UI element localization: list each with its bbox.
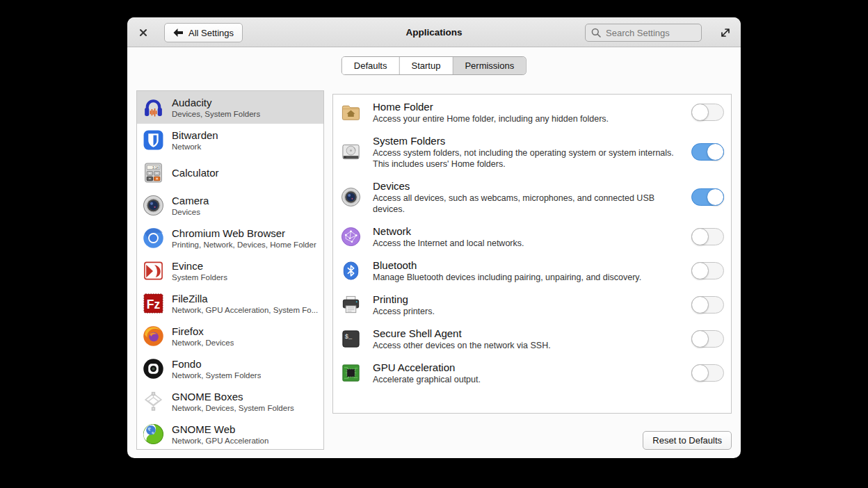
devices-toggle[interactable] — [691, 188, 724, 206]
network-icon — [340, 226, 362, 247]
home-folder-icon — [340, 101, 362, 123]
permission-description: Accelerate graphical output. — [373, 374, 680, 385]
permission-title: Secure Shell Agent — [373, 327, 680, 340]
ssh-toggle[interactable] — [691, 330, 724, 348]
app-row-gnome-boxes[interactable]: GNOME Boxes Network, Devices, System Fol… — [137, 385, 323, 418]
filezilla-icon: Fz — [142, 292, 165, 315]
close-button[interactable] — [136, 26, 150, 40]
gpu-icon — [340, 362, 362, 384]
toggle-knob — [707, 143, 724, 161]
app-permissions-summary: Network, GPU Acceleration — [172, 436, 268, 446]
app-name: Fondo — [172, 358, 261, 371]
svg-text:3.14: 3.14 — [152, 166, 159, 170]
permission-title: Bluetooth — [373, 259, 680, 272]
permission-row-network: Network Access the Internet and local ne… — [333, 220, 731, 254]
audacity-icon — [142, 96, 165, 119]
app-row-firefox[interactable]: Firefox Network, Devices — [137, 320, 323, 352]
app-row-filezilla[interactable]: Fz FileZilla Network, GPU Acceleration, … — [137, 287, 323, 320]
permission-description: Access other devices on the network via … — [373, 340, 680, 351]
reset-to-defaults-button[interactable]: Reset to Defaults — [643, 431, 732, 450]
expand-button[interactable] — [719, 26, 732, 39]
header-bar: All Settings Applications Search Setting… — [127, 17, 741, 47]
evince-icon — [142, 259, 165, 282]
app-row-bitwarden[interactable]: Bitwarden Network — [137, 124, 323, 156]
system-folders-toggle[interactable] — [691, 143, 724, 161]
app-name: GNOME Web — [172, 423, 268, 436]
permission-description: Access system folders, not including the… — [373, 147, 680, 170]
gnome-boxes-icon — [142, 390, 165, 413]
app-name: FileZilla — [172, 293, 318, 305]
svg-text:$_: $_ — [345, 334, 353, 341]
home-folder-toggle[interactable] — [691, 104, 724, 121]
all-settings-button[interactable]: All Settings — [164, 23, 243, 42]
permissions-panel: Home Folder Access your entire Home fold… — [332, 94, 732, 414]
app-name: Calculator — [172, 167, 219, 179]
toggle-knob — [691, 296, 709, 314]
toggle-knob — [691, 330, 709, 348]
permission-row-devices: Devices Access all devices, such as webc… — [333, 174, 731, 220]
toggle-knob — [691, 262, 709, 279]
app-row-gnome-web[interactable]: GNOME Web Network, GPU Acceleration — [137, 418, 323, 450]
permission-row-system-folders: System Folders Access system folders, no… — [333, 129, 731, 174]
search-placeholder: Search Settings — [606, 28, 670, 38]
permission-description: Access the Internet and local networks. — [373, 238, 680, 249]
svg-text:Fz: Fz — [147, 298, 161, 311]
app-permissions-summary: System Folders — [172, 273, 227, 282]
toggle-knob — [691, 104, 709, 121]
permission-description: Manage Bluetooth devices including pairi… — [373, 272, 680, 283]
gnome-web-icon — [142, 423, 165, 446]
search-input[interactable]: Search Settings — [585, 24, 702, 42]
permission-description: Access printers. — [373, 306, 680, 317]
calculator-icon: 3.14 — [142, 161, 165, 184]
app-name: Chromium Web Browser — [172, 227, 316, 240]
permission-row-ssh: $_ Secure Shell Agent Access other devic… — [333, 322, 731, 356]
app-row-camera[interactable]: Camera Devices — [137, 189, 323, 222]
app-name: Audacity — [172, 97, 260, 109]
tab-startup[interactable]: Startup — [399, 57, 453, 74]
app-row-chromium[interactable]: Chromium Web Browser Printing, Network, … — [137, 222, 323, 254]
printing-toggle[interactable] — [691, 296, 724, 314]
firefox-icon — [142, 325, 165, 348]
gpu-toggle[interactable] — [691, 364, 724, 382]
app-permissions-summary: Devices, System Folders — [172, 109, 260, 119]
app-row-evince[interactable]: Evince System Folders — [137, 254, 323, 287]
toggle-knob — [691, 228, 709, 245]
app-permissions-summary: Network, System Folders — [172, 371, 261, 380]
search-icon — [591, 28, 601, 38]
network-toggle[interactable] — [691, 228, 724, 245]
permission-title: Home Folder — [373, 100, 680, 113]
expand-icon — [719, 26, 732, 39]
permission-row-gpu: GPU Acceleration Accelerate graphical ou… — [333, 356, 731, 390]
permission-row-home-folder: Home Folder Access your entire Home fold… — [333, 95, 731, 129]
camera-icon — [142, 194, 165, 217]
tab-defaults[interactable]: Defaults — [342, 57, 400, 74]
app-permissions-summary: Devices — [172, 207, 209, 217]
app-row-fondo[interactable]: Fondo Network, System Folders — [137, 352, 323, 385]
permission-title: Devices — [373, 179, 680, 193]
permission-description: Access your entire Home folder, includin… — [373, 113, 680, 124]
permission-title: Printing — [373, 293, 680, 306]
app-permissions-summary: Network, GPU Acceleration, System Fo... — [172, 305, 318, 315]
fondo-icon — [142, 357, 165, 380]
toggle-knob — [691, 364, 709, 382]
app-permissions-summary: Printing, Network, Devices, Home Folder — [172, 240, 316, 250]
settings-window: All Settings Applications Search Setting… — [127, 17, 741, 458]
app-row-audacity[interactable]: Audacity Devices, System Folders — [137, 91, 323, 124]
back-arrow-icon — [173, 29, 183, 37]
bitwarden-icon — [142, 129, 165, 152]
app-permissions-summary: Network — [172, 142, 218, 152]
bluetooth-icon — [340, 260, 362, 282]
permission-title: GPU Acceleration — [373, 361, 680, 374]
bluetooth-toggle[interactable] — [691, 262, 724, 279]
permission-description: Access all devices, such as webcams, mic… — [373, 193, 680, 215]
permission-title: System Folders — [373, 134, 680, 147]
app-name: GNOME Boxes — [172, 391, 294, 403]
permission-row-bluetooth: Bluetooth Manage Bluetooth devices inclu… — [333, 254, 731, 288]
toggle-knob — [707, 188, 724, 206]
devices-icon — [340, 186, 362, 208]
chromium-icon — [142, 227, 165, 250]
app-name: Bitwarden — [172, 129, 218, 142]
app-name: Firefox — [172, 325, 234, 338]
tab-permissions[interactable]: Permissions — [453, 57, 526, 74]
app-row-calculator[interactable]: 3.14 Calculator — [137, 156, 323, 189]
